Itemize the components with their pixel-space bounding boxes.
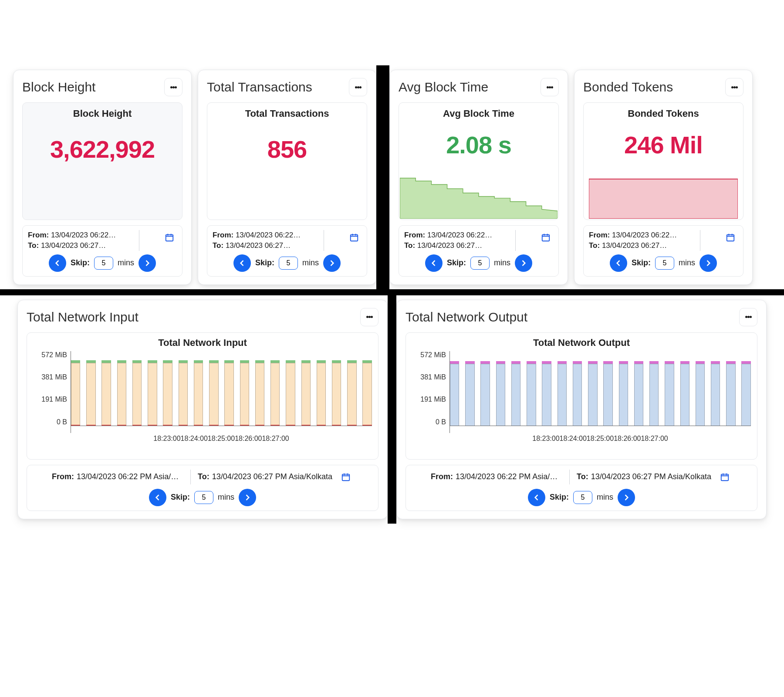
skip-forward-button[interactable] (515, 254, 532, 272)
svg-rect-1 (351, 235, 358, 241)
time-range-text: From: 13/04/2023 06:22 PM Asi... To: 13/… (404, 230, 493, 251)
skip-input[interactable] (573, 491, 592, 504)
skip-label: Skip: (255, 258, 274, 267)
time-range-footer: From: 13/04/2023 06:22 PM Asi... To: 13/… (22, 225, 182, 277)
divider (700, 230, 700, 251)
metric-title: Avg Block Time (443, 108, 514, 119)
skip-label: Skip: (71, 258, 90, 267)
skip-input[interactable] (279, 257, 298, 270)
skip-unit: mins (218, 493, 234, 502)
skip-back-button[interactable] (610, 254, 627, 272)
metric-panel: Block Height 3,622,992 (22, 102, 182, 220)
kebab-menu-button[interactable] (360, 308, 378, 326)
x-axis-labels: 18:23:00 18:24:00 18:25:00 18:26:00 18:2… (116, 435, 289, 443)
svg-rect-3 (589, 179, 738, 219)
chart-title: Total Network Input (158, 337, 247, 348)
bar-chart-net-out: 572 MiB 381 MiB 191 MiB 0 B (412, 351, 751, 433)
kebab-menu-button[interactable] (349, 78, 367, 96)
skip-unit: mins (597, 493, 613, 502)
chart-panel: Total Network Input 572 MiB 381 MiB 191 … (27, 332, 378, 460)
card-bonded-tokens: Bonded Tokens Bonded Tokens 246 Mil (574, 70, 753, 285)
metric-title: Bonded Tokens (628, 108, 699, 119)
x-axis-labels: 18:23:00 18:24:00 18:25:00 18:26:00 18:2… (495, 435, 668, 443)
metric-title: Block Height (73, 108, 132, 119)
card-avg-block-time: Avg Block Time Avg Block Time 2.08 s (389, 70, 568, 285)
skip-back-button[interactable] (425, 254, 443, 272)
skip-forward-button[interactable] (139, 254, 156, 272)
time-range-footer: From: 13/04/2023 06:22 PM Asi... To: 13/… (399, 225, 559, 277)
metric-value: 246 Mil (624, 131, 703, 159)
metric-panel: Bonded Tokens 246 Mil (583, 102, 743, 220)
from-text: From: 13/04/2023 06:22 PM Asia/Kolk... (52, 472, 183, 481)
skip-unit: mins (302, 258, 319, 267)
time-range-text: From: 13/04/2023 06:22 PM Asi... To: 13/… (213, 230, 301, 251)
divider (515, 230, 516, 251)
metric-panel: Total Transactions 856 (207, 102, 367, 220)
chart-panel: Total Network Output 572 MiB 381 MiB 191… (406, 332, 757, 460)
skip-forward-button[interactable] (323, 254, 341, 272)
skip-input[interactable] (194, 491, 213, 504)
card-title: Bonded Tokens (583, 80, 673, 95)
card-title: Total Network Output (406, 310, 527, 325)
card-total-transactions: Total Transactions Total Transactions 85… (198, 70, 376, 285)
metric-value: 856 (267, 135, 307, 163)
skip-input[interactable] (470, 257, 490, 270)
card-title: Total Transactions (207, 80, 312, 95)
skip-input[interactable] (94, 257, 113, 270)
calendar-icon[interactable] (723, 230, 738, 245)
to-text: To: 13/04/2023 06:27 PM Asia/Kolkata (198, 472, 332, 481)
skip-unit: mins (679, 258, 695, 267)
skip-back-button[interactable] (233, 254, 251, 272)
divider (190, 470, 191, 484)
skip-back-button[interactable] (49, 254, 66, 272)
skip-unit: mins (494, 258, 510, 267)
metric-panel: Avg Block Time 2.08 s (399, 102, 559, 220)
from-text: From: 13/04/2023 06:22 PM Asia/Kolk... (431, 472, 562, 481)
calendar-icon[interactable] (162, 230, 177, 245)
skip-unit: mins (118, 258, 134, 267)
svg-rect-5 (342, 474, 350, 480)
time-range-footer: From: 13/04/2023 06:22 PM Asia/Kolk... T… (27, 465, 378, 511)
metric-value: 3,622,992 (50, 135, 155, 163)
kebab-menu-button[interactable] (725, 78, 743, 96)
calendar-icon[interactable] (338, 470, 353, 484)
y-axis-labels: 572 MiB 381 MiB 191 MiB 0 B (33, 351, 71, 433)
skip-label: Skip: (550, 493, 569, 502)
y-axis-labels: 572 MiB 381 MiB 191 MiB 0 B (412, 351, 449, 433)
skip-label: Skip: (632, 258, 651, 267)
horizontal-divider (0, 289, 784, 295)
divider (569, 470, 570, 484)
calendar-icon[interactable] (538, 230, 553, 245)
time-range-text: From: 13/04/2023 06:22 PM Asi... To: 13/… (28, 230, 116, 251)
skip-forward-button[interactable] (700, 254, 717, 272)
calendar-icon[interactable] (717, 470, 732, 484)
card-network-input: Total Network Input Total Network Input … (17, 300, 388, 519)
card-title: Avg Block Time (399, 80, 488, 95)
skip-label: Skip: (171, 493, 190, 502)
skip-back-button[interactable] (528, 489, 545, 506)
svg-rect-2 (542, 235, 550, 241)
time-range-text: From: 13/04/2023 06:22 PM Asi... To: 13/… (589, 230, 677, 251)
kebab-menu-button[interactable] (541, 78, 559, 96)
divider (324, 230, 324, 251)
card-network-output: Total Network Output Total Network Outpu… (396, 300, 767, 519)
calendar-icon[interactable] (347, 230, 362, 245)
card-title: Total Network Input (27, 310, 139, 325)
to-text: To: 13/04/2023 06:27 PM Asia/Kolkata (577, 472, 711, 481)
divider (139, 230, 139, 251)
metric-value: 2.08 s (446, 131, 511, 159)
bonded-tokens-spark (584, 178, 743, 220)
bar-chart-net-in: 572 MiB 381 MiB 191 MiB 0 B (33, 351, 372, 433)
kebab-menu-button[interactable] (164, 78, 182, 96)
chart-title: Total Network Output (533, 337, 630, 348)
card-title: Block Height (22, 80, 95, 95)
svg-rect-0 (166, 235, 173, 241)
skip-forward-button[interactable] (618, 489, 635, 506)
skip-forward-button[interactable] (239, 489, 256, 506)
kebab-menu-button[interactable] (739, 308, 757, 326)
time-range-footer: From: 13/04/2023 06:22 PM Asi... To: 13/… (207, 225, 367, 277)
skip-input[interactable] (655, 257, 674, 270)
svg-rect-4 (727, 235, 734, 241)
skip-back-button[interactable] (149, 489, 166, 506)
svg-rect-6 (721, 474, 729, 480)
